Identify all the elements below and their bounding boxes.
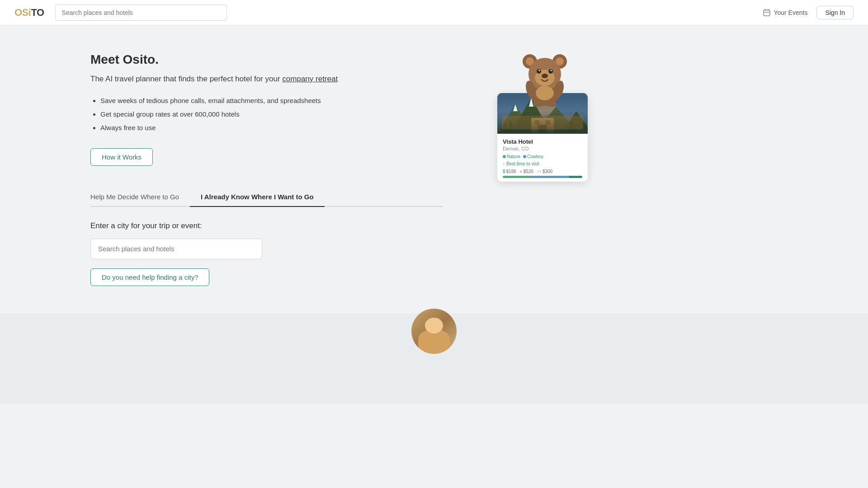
bar-teal xyxy=(569,176,582,178)
tab-decide[interactable]: Help Me Decide Where to Go xyxy=(90,188,190,207)
your-events-link[interactable]: Your Events xyxy=(763,9,807,17)
main-content: Meet Osito. The AI travel planner that f… xyxy=(0,25,868,286)
svg-marker-26 xyxy=(561,111,588,134)
svg-point-13 xyxy=(539,70,540,71)
svg-marker-35 xyxy=(502,124,509,134)
navbar-search-input[interactable] xyxy=(55,5,227,21)
your-events-label: Your Events xyxy=(774,9,807,16)
svg-rect-32 xyxy=(538,125,547,134)
price-item-3: ↑↑ $300 xyxy=(537,169,552,174)
help-city-button[interactable]: Do you need help finding a city? xyxy=(90,268,209,286)
svg-rect-0 xyxy=(764,10,770,16)
tab-know[interactable]: I Already Know Where I Want to Go xyxy=(190,188,325,207)
svg-point-12 xyxy=(548,69,553,74)
price-item-2: ≡ $520 xyxy=(520,169,533,174)
svg-point-14 xyxy=(551,70,552,71)
bar-green xyxy=(503,176,529,178)
hotel-name: Vista Hotel xyxy=(503,138,582,145)
tag-dot-green xyxy=(503,155,506,158)
subtitle-text: The AI travel planner that finds the per… xyxy=(90,75,280,83)
price-item-1: $ $186 xyxy=(503,169,516,174)
subtitle: The AI travel planner that finds the per… xyxy=(90,73,443,85)
right-section: Vista Hotel Denver, CO Nature Cowboy ↑ B… xyxy=(461,52,597,286)
bottom-section xyxy=(0,313,868,404)
city-label: Enter a city for your trip or event: xyxy=(90,221,443,230)
tabs-container: Help Me Decide Where to Go I Already Kno… xyxy=(90,188,443,207)
left-section: Meet Osito. The AI travel planner that f… xyxy=(90,52,443,286)
tag-dot-blue xyxy=(523,155,526,158)
svg-point-15 xyxy=(542,74,548,78)
city-search-input[interactable] xyxy=(90,239,262,259)
feature-item-2: Get special group rates at over 600,000 … xyxy=(100,108,443,121)
hotel-info: Vista Hotel Denver, CO Nature Cowboy ↑ B… xyxy=(497,134,588,182)
hotel-prices: $ $186 ≡ $520 ↑↑ $300 xyxy=(503,169,582,174)
meet-title: Meet Osito. xyxy=(90,52,443,67)
feature-list: Save weeks of tedious phone calls, email… xyxy=(90,94,443,135)
logo-o: OSi xyxy=(14,7,31,19)
company-retreat-link[interactable]: company retreat xyxy=(282,75,338,83)
svg-point-11 xyxy=(537,69,541,74)
hotel-location: Denver, CO xyxy=(503,146,582,151)
svg-marker-34 xyxy=(567,121,576,134)
price-bar xyxy=(503,176,582,178)
hotel-tags: Nature Cowboy xyxy=(503,154,582,159)
bear-mascot xyxy=(520,48,570,108)
how-it-works-button[interactable]: How it Works xyxy=(90,148,153,166)
svg-rect-30 xyxy=(535,120,539,125)
navbar: OSiTO Your Events Sign In xyxy=(0,0,868,25)
sign-in-button[interactable]: Sign In xyxy=(816,6,854,19)
person-avatar xyxy=(411,309,457,354)
bar-blue xyxy=(529,176,569,178)
svg-rect-29 xyxy=(531,118,554,134)
svg-point-18 xyxy=(536,86,554,100)
feature-item-3: Always free to use xyxy=(100,121,443,135)
calendar-icon xyxy=(763,9,771,17)
navbar-right: Your Events Sign In xyxy=(763,6,854,19)
feature-item-1: Save weeks of tedious phone calls, email… xyxy=(100,94,443,108)
logo: OSiTO xyxy=(14,7,44,19)
svg-rect-31 xyxy=(546,120,550,125)
hotel-tag-nature: Nature xyxy=(503,154,520,159)
bear-icon xyxy=(520,48,570,107)
hotel-best-time: ↑ Best time to visit xyxy=(503,161,582,166)
svg-marker-33 xyxy=(506,120,515,134)
hotel-tag-cowboy: Cowboy xyxy=(523,154,543,159)
logo-sito: TO xyxy=(31,7,44,19)
